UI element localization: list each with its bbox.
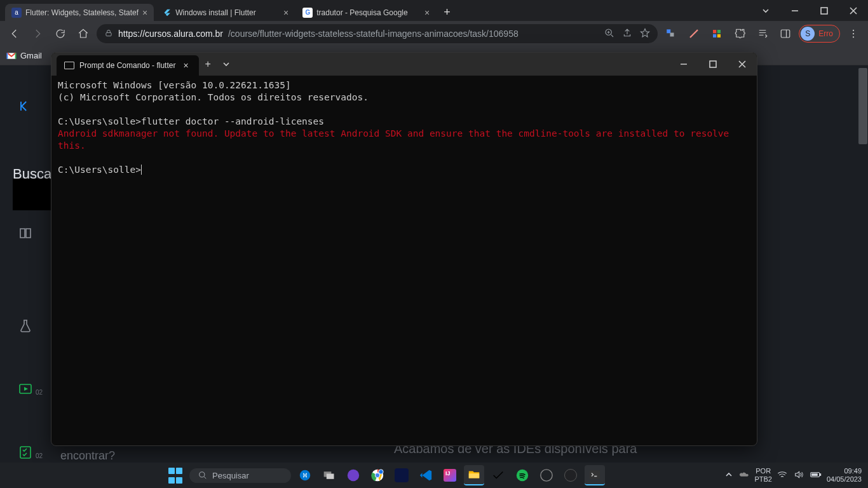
cmd-icon	[64, 62, 74, 69]
svg-rect-6	[717, 30, 721, 33]
cursor-icon	[141, 165, 142, 175]
browser-tab-1[interactable]: Windows install | Flutter ×	[155, 4, 295, 21]
svg-point-12	[853, 36, 854, 37]
terminal-dropdown-icon[interactable]	[217, 53, 235, 76]
flask-icon[interactable]	[18, 318, 33, 336]
url-path: /course/flutter-widgets-stateless-statef…	[228, 29, 519, 39]
favicon-alura: a	[11, 8, 22, 18]
vscode-icon[interactable]	[416, 465, 436, 485]
term-error: Android sdkmanager not found. Update to …	[58, 128, 735, 151]
course-sidebar: 01. F 02 02	[0, 65, 51, 463]
disney-icon[interactable]	[391, 465, 412, 485]
tab-title-1: Windows install | Flutter	[175, 8, 280, 17]
terminal-maximize-button[interactable]	[698, 53, 728, 76]
terminal-titlebar[interactable]: Prompt de Comando - flutter × +	[51, 53, 757, 76]
terminal-minimize-button[interactable]	[669, 53, 698, 76]
profile-avatar: S	[801, 27, 815, 41]
battery-icon[interactable]	[810, 471, 822, 480]
chrome-icon[interactable]	[367, 465, 388, 485]
play-icon[interactable]	[18, 381, 33, 399]
kebab-menu[interactable]	[844, 24, 863, 43]
terminal-tab[interactable]: Prompt de Comando - flutter ×	[57, 55, 199, 76]
tab-close-1[interactable]: ×	[283, 8, 288, 18]
spotify-icon[interactable]	[512, 465, 532, 485]
translate-extension-icon[interactable]	[661, 24, 681, 43]
bookmark-gmail[interactable]: Gmail	[6, 51, 42, 60]
extension-icon-2[interactable]	[684, 24, 703, 43]
browser-window-controls	[751, 0, 868, 21]
task-view-icon[interactable]	[319, 465, 339, 485]
favicon-flutter	[161, 8, 172, 18]
terminal-tab-close[interactable]: ×	[180, 60, 191, 71]
minimize-button[interactable]	[780, 0, 810, 21]
extensions-button[interactable]	[730, 24, 749, 43]
language-indicator[interactable]: POR PTB2	[754, 467, 772, 484]
app-icon[interactable]	[560, 465, 581, 485]
term-line-2: (c) Microsoft Corporation. Todos os dire…	[58, 92, 369, 102]
tray-onedrive-icon[interactable]	[739, 471, 749, 480]
svg-point-11	[853, 33, 854, 34]
intellij-icon[interactable]: IJ	[440, 465, 460, 485]
file-explorer-icon[interactable]	[464, 465, 484, 485]
book-icon[interactable]	[18, 226, 33, 244]
taskbar-search-placeholder: Pesquisar	[212, 471, 249, 480]
page-scrollbar[interactable]	[858, 65, 868, 463]
svg-point-16	[200, 472, 205, 477]
svg-rect-5	[713, 30, 716, 33]
sidepanel-icon[interactable]	[776, 24, 795, 43]
terminal-body[interactable]: Microsoft Windows [versão 10.0.22621.163…	[51, 76, 757, 445]
extension-icon-3[interactable]	[707, 24, 726, 43]
copilot-icon[interactable]	[295, 465, 315, 485]
back-button[interactable]	[5, 24, 24, 43]
checklist-icon[interactable]	[18, 445, 33, 463]
svg-rect-1	[106, 32, 111, 36]
volume-icon[interactable]	[794, 470, 804, 480]
dell-icon[interactable]	[536, 465, 557, 485]
scroll-thumb[interactable]	[858, 68, 867, 144]
profile-badge[interactable]: S Erro	[799, 25, 840, 43]
taskbar: Pesquisar IJ POR PTB2 09:49 04/	[0, 463, 868, 488]
start-button[interactable]	[165, 465, 186, 485]
browser-toolbar: https://cursos.alura.com.br/course/flutt…	[0, 21, 868, 46]
wifi-icon[interactable]	[777, 470, 787, 480]
svg-point-27	[541, 470, 552, 481]
terminal-taskbar-icon[interactable]	[585, 465, 605, 485]
zoom-icon[interactable]	[604, 28, 614, 40]
maximize-button[interactable]	[810, 0, 839, 21]
tray-chevron-icon[interactable]	[725, 471, 733, 480]
address-bar[interactable]: https://cursos.alura.com.br/course/flutt…	[97, 24, 658, 43]
term-line-1: Microsoft Windows [versão 10.0.22621.163…	[58, 80, 291, 90]
svg-rect-15	[710, 61, 716, 67]
reload-button[interactable]	[51, 24, 70, 43]
clock-date: 04/05/2023	[827, 475, 862, 484]
terminal-close-button[interactable]	[728, 53, 757, 76]
close-button[interactable]	[839, 0, 868, 21]
terminal-new-tab[interactable]: +	[199, 53, 217, 76]
side-count-1: 02	[36, 389, 43, 396]
todo-icon[interactable]	[488, 465, 508, 485]
tab-close-2[interactable]: ×	[424, 8, 430, 18]
svg-point-23	[375, 473, 379, 477]
taskbar-search[interactable]: Pesquisar	[189, 468, 291, 483]
svg-point-10	[853, 30, 854, 31]
window-chevron-icon[interactable]	[751, 0, 780, 21]
clock-time: 09:49	[827, 467, 862, 475]
github-desktop-icon[interactable]	[343, 465, 363, 485]
new-tab-button[interactable]: +	[437, 4, 457, 21]
share-icon[interactable]	[622, 28, 632, 40]
terminal-window: Prompt de Comando - flutter × + Microsof…	[51, 52, 757, 446]
svg-rect-14	[20, 447, 31, 458]
star-icon[interactable]	[640, 28, 650, 40]
svg-rect-8	[717, 34, 721, 37]
svg-point-20	[348, 470, 359, 481]
svg-rect-31	[811, 473, 818, 476]
browser-tab-0[interactable]: a Flutter: Widgets, Stateless, Statef ×	[5, 4, 154, 21]
search-icon	[198, 471, 207, 480]
tab-close-0[interactable]: ×	[142, 8, 147, 18]
browser-tab-2[interactable]: G tradutor - Pesquisa Google ×	[296, 4, 436, 21]
forward-button[interactable]	[28, 24, 47, 43]
collapse-button[interactable]	[13, 97, 38, 115]
reading-list-icon[interactable]	[753, 24, 772, 43]
clock[interactable]: 09:49 04/05/2023	[827, 467, 862, 484]
home-button[interactable]	[74, 24, 93, 43]
